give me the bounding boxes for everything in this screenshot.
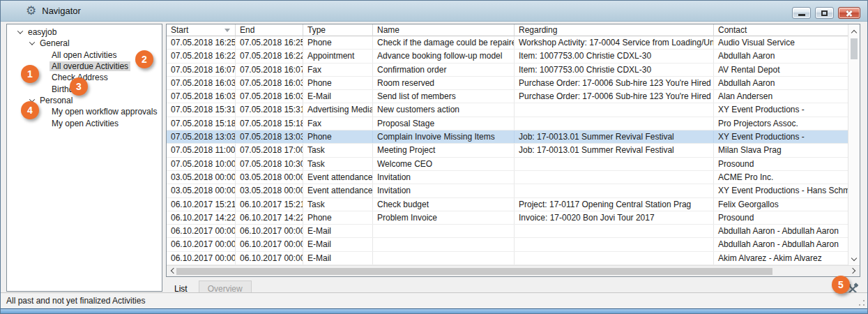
cell-type: Phone xyxy=(303,130,373,143)
cell-contact: AV Rental Depot xyxy=(714,63,848,76)
cell-name: Check budget xyxy=(373,198,515,211)
cell-end: 07.05.2018 10:30 xyxy=(236,158,303,170)
cell-contact: XY Event Productions - xyxy=(714,103,848,116)
vertical-scrollbar[interactable] xyxy=(848,24,860,265)
scroll-left-icon[interactable] xyxy=(169,269,175,274)
table-row[interactable]: 07.05.2018 16:0307.05.2018 16:03PhoneRoo… xyxy=(167,77,848,90)
cell-contact: ACME Pro Inc. xyxy=(714,171,848,184)
titlebar[interactable]: ⚙ Navigator xyxy=(1,1,867,22)
cell-regarding xyxy=(515,184,714,197)
callout-badge-5: 5 xyxy=(832,276,850,294)
window-bottom-edge xyxy=(1,308,867,313)
column-header-regarding[interactable]: Regarding xyxy=(515,24,714,36)
cell-start: 06.10.2017 14:22 xyxy=(167,211,236,224)
column-header-end[interactable]: End xyxy=(236,24,303,36)
cell-end: 06.10.2017 00:00 xyxy=(236,252,303,264)
horizontal-scroll-thumb[interactable] xyxy=(176,268,772,275)
cell-name: New customers action xyxy=(373,103,515,116)
callout-badge-4: 4 xyxy=(21,101,39,119)
table-row[interactable]: 07.05.2018 15:3107.05.2018 15:31Advertis… xyxy=(167,103,848,117)
table-row[interactable]: 07.05.2018 13:0307.05.2018 13:03PhoneCom… xyxy=(167,130,848,144)
resize-grip[interactable] xyxy=(858,299,865,306)
table-row[interactable]: 07.05.2018 10:0007.05.2018 10:30TaskWelc… xyxy=(167,158,848,171)
horizontal-scrollbar[interactable] xyxy=(167,265,860,276)
cell-contact: Akim Alvarez - Akim Alvarez xyxy=(714,252,848,264)
table-row[interactable]: 03.05.2018 00:0003.05.2018 00:00Event at… xyxy=(167,171,848,184)
cell-start: 07.05.2018 10:00 xyxy=(167,158,236,170)
cell-start: 07.05.2018 16:25 xyxy=(167,36,236,49)
cell-regarding xyxy=(515,117,714,130)
cell-end: 07.05.2018 16:03 xyxy=(236,77,303,89)
table-row[interactable]: 06.10.2017 00:0006.10.2017 00:00E-MailAb… xyxy=(167,225,848,238)
cell-contact: XY Event Productions - Hans Schmith xyxy=(714,184,848,197)
grid-header: StartEndTypeNameRegardingContact xyxy=(167,24,848,36)
cell-start: 07.05.2018 16:07 xyxy=(167,63,236,76)
cell-start: 06.10.2017 15:21 xyxy=(167,198,236,211)
cell-regarding: Invoice: 17-0020 Bon Jovi Tour 2017 xyxy=(515,211,714,224)
close-icon xyxy=(845,9,853,17)
cell-name: Confirmation order xyxy=(373,63,515,76)
column-header-contact[interactable]: Contact xyxy=(714,24,848,36)
table-row[interactable]: 07.05.2018 15:1807.05.2018 15:18FaxPropo… xyxy=(167,117,848,130)
cell-regarding xyxy=(515,252,714,264)
content-area: easyjobGeneralAll open ActivitiesAll ove… xyxy=(3,22,865,294)
cell-end: 07.05.2018 16:25 xyxy=(236,36,303,49)
cell-contact: Abdullah Aaron - Abdullah Aaron xyxy=(714,225,848,237)
table-row[interactable]: 06.10.2017 15:2106.10.2017 15:21TaskChec… xyxy=(167,198,848,211)
cell-name: Invitation xyxy=(373,171,515,184)
cell-regarding: Job: 17-0013.01 Summer Revival Festival xyxy=(515,144,714,156)
cell-regarding: Purchase Order: 17-0006 Sub-hire 123 You… xyxy=(515,77,714,89)
column-header-type[interactable]: Type xyxy=(303,24,373,36)
grid-body: 07.05.2018 16:2507.05.2018 16:25PhoneChe… xyxy=(167,36,848,265)
column-header-name[interactable]: Name xyxy=(373,24,515,36)
cell-name: Problem Invoice xyxy=(373,211,515,224)
column-header-start[interactable]: Start xyxy=(167,24,236,36)
table-row[interactable]: 07.05.2018 16:2207.05.2018 16:22Appointm… xyxy=(167,50,848,63)
cell-contact: Alan Andersen xyxy=(714,90,848,103)
tree-expand-icon[interactable] xyxy=(26,41,38,45)
cell-type: Advertising Media xyxy=(303,103,373,116)
cell-end: 06.10.2017 00:00 xyxy=(236,225,303,237)
scroll-up-icon[interactable] xyxy=(852,29,858,34)
table-row[interactable]: 07.05.2018 11:0007.05.2018 17:00TaskMeet… xyxy=(167,144,848,157)
cell-type: Task xyxy=(303,158,373,170)
table-row[interactable]: 07.05.2018 16:0307.05.2018 16:03E-MailSe… xyxy=(167,90,848,103)
cell-end: 06.10.2017 15:21 xyxy=(236,198,303,211)
sort-descending-icon xyxy=(224,29,230,32)
table-row[interactable]: 07.05.2018 16:2507.05.2018 16:25PhoneChe… xyxy=(167,36,848,50)
cell-type: Task xyxy=(303,144,373,156)
cell-name: Welcome CEO xyxy=(373,158,515,170)
table-row[interactable]: 06.10.2017 00:0006.10.2017 00:00E-MailAb… xyxy=(167,238,848,251)
cell-regarding: Item: 1007753.00 Christie CDXL-30 xyxy=(515,63,714,76)
cell-regarding: Purchase Order: 17-0006 Sub-hire 123 You… xyxy=(515,90,714,103)
cell-start: 06.10.2017 00:00 xyxy=(167,225,236,237)
status-bar: All past and not yet finalized Activitie… xyxy=(1,292,867,308)
cell-end: 07.05.2018 16:03 xyxy=(236,90,303,103)
table-row[interactable]: 03.05.2018 00:0003.05.2018 00:00Event at… xyxy=(167,184,848,197)
minimize-button[interactable] xyxy=(792,7,811,19)
tree-expand-icon[interactable] xyxy=(14,30,26,34)
cell-type: Phone xyxy=(303,211,373,224)
tree-item[interactable]: easyjob xyxy=(7,27,162,38)
tree-item-label: General xyxy=(38,38,72,48)
scroll-down-icon[interactable] xyxy=(852,256,858,262)
cell-name: Invitation xyxy=(373,184,515,197)
callout-badge-1: 1 xyxy=(21,65,39,83)
cell-start: 07.05.2018 15:18 xyxy=(167,117,236,130)
cell-contact: Pro Projectors Assoc. xyxy=(714,117,848,130)
scroll-right-icon[interactable] xyxy=(851,269,856,274)
cell-end: 07.05.2018 13:03 xyxy=(236,130,303,143)
cell-name: Room reserved xyxy=(373,77,515,89)
tree-item-label: easyjob xyxy=(26,27,59,37)
tree-item-label: All overdue Activities xyxy=(50,61,130,71)
tree-item[interactable]: General xyxy=(7,38,162,49)
vertical-scroll-thumb[interactable] xyxy=(851,38,858,59)
cell-contact: XY Event Productions - xyxy=(714,130,848,143)
table-row[interactable]: 07.05.2018 16:0707.05.2018 16:07FaxConfi… xyxy=(167,63,848,77)
table-row[interactable]: 06.10.2017 14:2206.10.2017 14:22PhonePro… xyxy=(167,211,848,225)
cell-contact: Prosound xyxy=(714,211,848,224)
table-row[interactable]: 06.10.2017 00:0006.10.2017 00:00E-MailAk… xyxy=(167,252,848,265)
cell-contact: Prosound xyxy=(714,158,848,170)
maximize-button[interactable] xyxy=(815,7,834,19)
close-button[interactable] xyxy=(838,7,860,19)
